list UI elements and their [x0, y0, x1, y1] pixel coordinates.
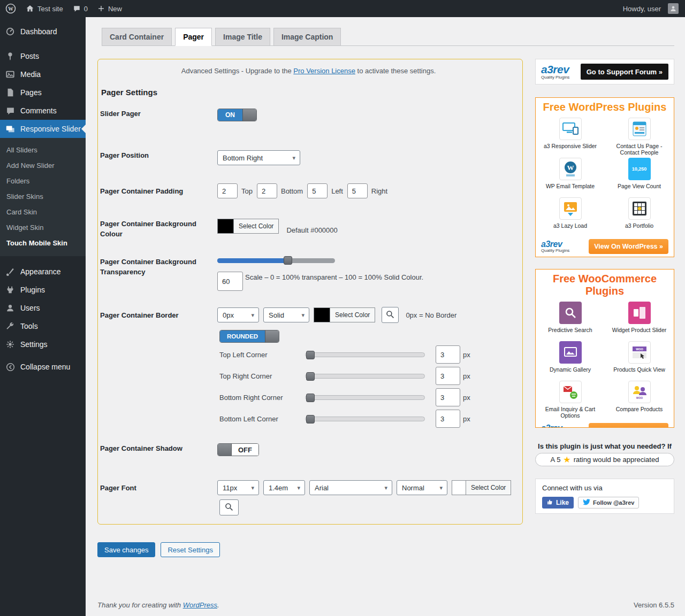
selected-value: 1.4em: [269, 484, 288, 492]
tab-image-caption[interactable]: Image Caption: [273, 28, 341, 45]
corner-slider[interactable]: [305, 395, 425, 400]
padding-left-input[interactable]: [307, 183, 328, 198]
rating-link[interactable]: A 5 ★ rating would be appreciated: [535, 453, 674, 466]
slider-handle[interactable]: [306, 372, 315, 381]
plugin-item[interactable]: a3 Responsive Slider: [536, 118, 605, 156]
border-color-swatch[interactable]: [314, 307, 330, 322]
submenu-item-slider-skins[interactable]: Slider Skins: [0, 189, 86, 204]
sidebar-item-pages[interactable]: Pages: [0, 83, 86, 102]
rating-text: rating would be appreciated: [574, 456, 659, 464]
slider-handle[interactable]: [284, 256, 292, 265]
transparency-controls: Scale – 0 = 100% transparent – 100 = 100…: [217, 257, 423, 291]
font-select-color-button[interactable]: Select Color: [466, 480, 511, 495]
plugin-item[interactable]: 10,250 Page View Count: [605, 158, 674, 195]
corner-slider[interactable]: [305, 374, 425, 379]
plugin-item[interactable]: Widget Product Slider: [605, 302, 674, 339]
transparency-slider[interactable]: [217, 258, 335, 263]
collapse-menu-button[interactable]: Collapse menu: [0, 358, 86, 376]
corner-row-top-right: Top Right Corner px: [219, 367, 517, 385]
slider-handle[interactable]: [306, 415, 315, 424]
border-width-select[interactable]: 0px: [217, 307, 259, 322]
plugin-item[interactable]: a3 Portfolio: [605, 197, 674, 235]
pro-version-license-link[interactable]: Pro Version License: [293, 67, 355, 75]
pushpin-icon: [5, 51, 16, 61]
site-name-link[interactable]: Test site: [26, 4, 63, 13]
submenu-item-card-skin[interactable]: Card Skin: [0, 204, 86, 220]
corner-input[interactable]: [436, 345, 460, 364]
new-button[interactable]: New: [97, 5, 122, 13]
plugin-item[interactable]: WOO Products Quick View: [605, 341, 674, 379]
view-on-wordpress-button[interactable]: View On WordPress »: [589, 423, 668, 428]
submenu-item-add-new-slider[interactable]: Add New Slider: [0, 158, 86, 173]
bg-select-color-button[interactable]: Select Color: [233, 219, 279, 234]
sidebar-item-dashboard[interactable]: Dashboard: [0, 22, 86, 41]
wp-email-template-icon: W: [559, 158, 582, 180]
view-on-wordpress-button[interactable]: View On WordPress »: [589, 239, 668, 254]
sidebar-item-tools[interactable]: Tools: [0, 317, 86, 335]
plugin-item[interactable]: WOO Compare Products: [605, 381, 674, 419]
plugin-item[interactable]: W WP Email Template: [536, 158, 605, 195]
line-height-select[interactable]: 1.4em: [263, 480, 305, 495]
submenu-item-all-sliders[interactable]: All Sliders: [0, 142, 86, 158]
corner-input[interactable]: [436, 388, 460, 406]
border-style-select[interactable]: Solid: [263, 307, 309, 322]
plugin-item[interactable]: Contact Us Page - Contact People: [605, 118, 674, 156]
sidebar-item-media[interactable]: Media: [0, 65, 86, 83]
font-size-select[interactable]: 11px: [217, 480, 259, 495]
sidebar-item-plugins[interactable]: Plugins: [0, 281, 86, 299]
corner-slider[interactable]: [305, 417, 425, 421]
sidebar-item-appearance[interactable]: Appearance: [0, 263, 86, 281]
plugin-item[interactable]: a3 Lazy Load: [536, 197, 605, 235]
slider-handle[interactable]: [306, 351, 315, 359]
submenu-item-folders[interactable]: Folders: [0, 173, 86, 189]
corner-input[interactable]: [436, 410, 460, 428]
sidebar-item-settings[interactable]: Settings: [0, 335, 86, 353]
sidebar-item-users[interactable]: Users: [0, 299, 86, 317]
slider-pager-toggle[interactable]: ON: [217, 109, 257, 121]
slider-handle[interactable]: [306, 394, 315, 402]
sidebar-item-comments[interactable]: Comments: [0, 102, 86, 120]
font-weight-select[interactable]: Normal: [397, 480, 447, 495]
dynamic-gallery-icon: [559, 341, 582, 364]
rounded-toggle[interactable]: ROUNDED: [219, 330, 279, 343]
tab-image-title[interactable]: Image Title: [215, 28, 270, 45]
padding-label: Pager Container Padding: [100, 186, 217, 196]
comments-count: 0: [84, 5, 88, 13]
tab-pager[interactable]: Pager: [175, 28, 212, 46]
reset-button[interactable]: Reset Settings: [161, 542, 220, 557]
bg-color-swatch[interactable]: [217, 219, 233, 234]
font-family-select[interactable]: Arial: [309, 480, 392, 495]
facebook-like-button[interactable]: Like: [542, 497, 574, 509]
plugin-item[interactable]: Predictive Search: [536, 302, 605, 339]
wordpress-link[interactable]: WordPress: [183, 601, 217, 609]
sidebar-item-posts[interactable]: Posts: [0, 47, 86, 65]
sidebar-item-responsive-slider[interactable]: Responsive Slider: [0, 120, 86, 138]
font-preview-button[interactable]: [219, 499, 239, 515]
plugin-item[interactable]: Email Inquiry & Cart Options: [536, 381, 605, 419]
shadow-row: Pager Container Shadow OFF: [100, 443, 517, 456]
promo-column: a3rev Quality Plugins Go to Support Foru…: [535, 59, 674, 616]
padding-bottom-input[interactable]: [257, 183, 277, 198]
corner-slider[interactable]: [305, 352, 425, 357]
padding-top-input[interactable]: [217, 183, 238, 198]
padding-right-input[interactable]: [347, 183, 368, 198]
support-forum-button[interactable]: Go to Support Forum »: [581, 64, 668, 80]
submenu-item-touch-mobile-skin[interactable]: Touch Mobile Skin: [0, 235, 86, 251]
plugin-item[interactable]: Dynamic Gallery: [536, 341, 605, 379]
px-unit: px: [463, 351, 470, 359]
account-menu[interactable]: Howdy, user: [623, 3, 679, 14]
save-button[interactable]: Save changes: [97, 542, 155, 557]
shadow-toggle[interactable]: OFF: [217, 443, 259, 456]
border-select-color-button[interactable]: Select Color: [330, 307, 375, 322]
font-color-swatch[interactable]: [452, 480, 466, 495]
twitter-follow-button[interactable]: Follow @a3rev: [578, 497, 639, 509]
pager-position-select[interactable]: Bottom Right: [217, 150, 300, 165]
wordpress-logo-icon[interactable]: W: [5, 3, 16, 14]
tab-card-container[interactable]: Card Container: [102, 28, 172, 45]
corner-input[interactable]: [436, 367, 460, 385]
border-preview-button[interactable]: [382, 307, 399, 323]
wrench-icon: [5, 321, 16, 331]
comments-shortcut[interactable]: 0: [73, 5, 88, 13]
submenu-item-widget-skin[interactable]: Widget Skin: [0, 220, 86, 235]
transparency-input[interactable]: [217, 272, 243, 291]
